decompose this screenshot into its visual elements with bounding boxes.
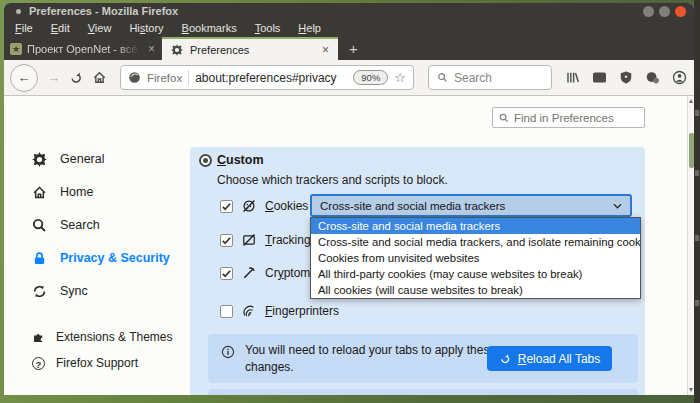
tracking-content-checkbox[interactable]	[220, 234, 233, 247]
url-address[interactable]: about:preferences#privacy	[195, 71, 336, 85]
cookies-row: Cookies	[220, 196, 308, 216]
tab-opennet[interactable]: ★ Проект OpenNet - всё, что ×	[4, 37, 162, 60]
puzzle-icon	[32, 331, 45, 344]
select-option[interactable]: All cookies (will cause websites to brea…	[311, 282, 640, 298]
preferences-page: General Home Search	[4, 96, 694, 395]
menu-help[interactable]: Help	[289, 22, 330, 34]
window-icon	[16, 9, 21, 14]
home-icon[interactable]	[92, 70, 107, 85]
tab-close-icon[interactable]: ×	[322, 43, 329, 57]
zoom-level-badge[interactable]: 90%	[353, 70, 388, 85]
tracking-content-blocked-icon	[242, 233, 256, 247]
menu-history[interactable]: History	[120, 22, 172, 34]
find-input[interactable]	[514, 112, 629, 124]
menu-file[interactable]: File	[6, 22, 42, 34]
sphere-extension-icon[interactable]	[645, 70, 660, 85]
cookies-select[interactable]: Cross-site and social media trackers	[310, 194, 632, 217]
menu-bookmarks[interactable]: Bookmarks	[173, 22, 246, 34]
close-window-button[interactable]	[675, 6, 686, 17]
scroll-down-arrow[interactable]	[689, 388, 693, 392]
navigation-toolbar: ← → Firefox about:preferences#privacy	[4, 60, 694, 96]
custom-radio-label[interactable]: Custom	[217, 153, 264, 167]
custom-description: Choose which trackers and scripts to blo…	[217, 173, 448, 187]
bookmark-star-icon[interactable]: ☆	[394, 70, 406, 85]
sidebar-label: Sync	[60, 284, 88, 298]
select-value: Cross-site and social media trackers	[320, 200, 505, 212]
next-settings-box	[208, 389, 638, 395]
tab-bar: ★ Проект OpenNet - всё, что × Preference…	[4, 37, 694, 60]
fingerprinters-row: Fingerprinters	[220, 301, 339, 321]
cookies-checkbox[interactable]	[220, 200, 233, 213]
forward-button[interactable]: →	[47, 70, 60, 85]
select-option[interactable]: All third-party cookies (may cause websi…	[311, 266, 640, 282]
reload-icon	[499, 353, 511, 365]
sidebar-item-privacy-security[interactable]: Privacy & Security	[32, 249, 170, 267]
cryptominers-blocked-icon	[242, 266, 256, 280]
site-identity-label: Firefox	[147, 72, 182, 84]
minimize-button[interactable]	[643, 6, 654, 17]
find-in-preferences[interactable]	[492, 107, 645, 128]
sidebar-label: Firefox Support	[56, 356, 138, 370]
sidebar-label: Search	[60, 218, 100, 232]
sync-icon	[32, 284, 47, 299]
sidebar-item-firefox-support[interactable]: ? Firefox Support	[32, 354, 138, 372]
sidebar-item-home[interactable]: Home	[32, 183, 93, 201]
menu-edit[interactable]: Edit	[42, 22, 79, 34]
library-icon[interactable]	[565, 70, 580, 85]
sidebar-panel-icon[interactable]	[592, 71, 607, 84]
sidebar-item-extensions-themes[interactable]: Extensions & Themes	[32, 328, 173, 346]
sidebar-item-search[interactable]: Search	[32, 216, 100, 234]
background-window-strip	[694, 0, 700, 403]
menubar: File Edit View History Bookmarks Tools H…	[4, 19, 694, 37]
lock-icon	[32, 251, 47, 266]
fingerprinters-checkbox[interactable]	[220, 305, 233, 318]
cookies-label: Cookies	[265, 199, 308, 213]
search-icon	[32, 218, 47, 233]
sidebar-item-general[interactable]: General	[32, 150, 104, 168]
custom-radio[interactable]	[199, 154, 212, 167]
tab-preferences[interactable]: Preferences ×	[162, 37, 338, 60]
search-icon	[437, 72, 448, 83]
select-option[interactable]: Cookies from unvisited websites	[311, 250, 640, 266]
window-title: Preferences - Mozilla Firefox	[29, 5, 178, 17]
url-bar[interactable]: Firefox about:preferences#privacy 90% ☆	[120, 65, 414, 90]
cookies-select-popup: Cross-site and social media trackers Cro…	[310, 217, 641, 299]
menu-view[interactable]: View	[79, 22, 121, 34]
reload-tabs-infobox: You will need to reload your tabs to app…	[208, 334, 638, 383]
back-button[interactable]: ←	[10, 64, 38, 92]
question-icon: ?	[32, 357, 45, 370]
maximize-button[interactable]	[659, 6, 670, 17]
cryptominers-checkbox[interactable]	[220, 267, 233, 280]
search-input[interactable]	[454, 71, 532, 85]
sidebar-label: Privacy & Security	[60, 251, 170, 265]
scrollbar-thumb[interactable]	[689, 133, 694, 168]
custom-protection-section: Custom Choose which trackers and scripts…	[190, 147, 645, 395]
search-bar[interactable]	[428, 65, 552, 90]
sidebar-label: General	[60, 152, 104, 166]
account-icon[interactable]	[672, 70, 687, 85]
gear-icon	[171, 44, 183, 56]
toolbar-icons: ≡	[565, 69, 700, 86]
info-icon	[221, 345, 235, 359]
new-tab-button[interactable]: +	[338, 37, 369, 60]
tab-close-icon[interactable]: ×	[148, 42, 155, 56]
titlebar: Preferences - Mozilla Firefox	[4, 3, 694, 19]
scroll-up-arrow[interactable]	[689, 99, 693, 103]
reload-button-label: Reload All Tabs	[518, 352, 601, 366]
urlbar-separator	[188, 70, 189, 85]
select-option[interactable]: Cross-site and social media trackers, an…	[311, 234, 640, 250]
shield-extension-icon[interactable]	[619, 70, 633, 85]
reload-message: You will need to reload your tabs to app…	[245, 342, 507, 375]
chevron-down-icon	[613, 203, 622, 209]
search-icon	[499, 113, 509, 123]
select-option[interactable]: Cross-site and social media trackers	[311, 218, 640, 234]
cookie-blocked-icon	[242, 199, 256, 213]
reload-icon[interactable]	[69, 71, 83, 85]
menu-tools[interactable]: Tools	[246, 22, 290, 34]
fingerprinters-label: Fingerprinters	[265, 304, 339, 318]
reload-all-tabs-button[interactable]: Reload All Tabs	[487, 346, 612, 371]
identity-icon[interactable]	[128, 71, 141, 84]
page-scrollbar[interactable]	[687, 96, 694, 395]
gear-icon	[32, 152, 47, 167]
sidebar-item-sync[interactable]: Sync	[32, 282, 88, 300]
